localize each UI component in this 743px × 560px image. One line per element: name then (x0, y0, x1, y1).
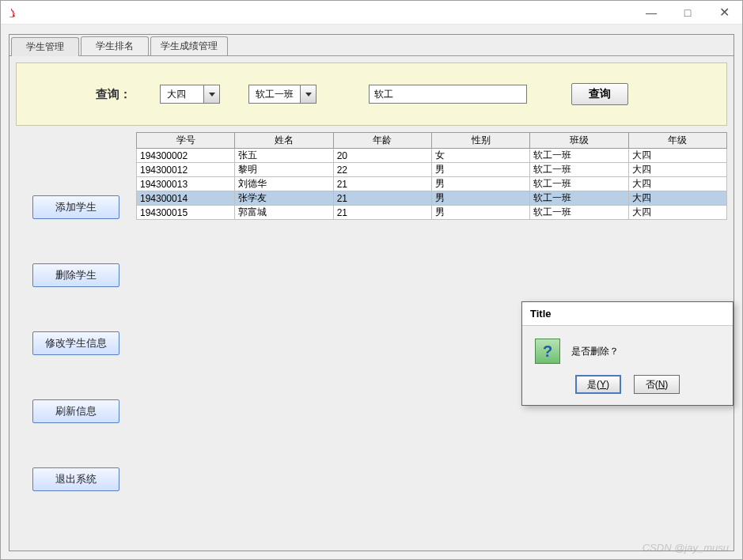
dialog-no-button[interactable]: 否(N) (634, 375, 680, 394)
delete-student-button[interactable]: 删除学生 (32, 263, 119, 287)
search-input[interactable] (369, 85, 527, 104)
content-frame: 学生管理 学生排名 学生成绩管理 查询： 大四 软工一班 (1, 25, 742, 559)
table-cell[interactable]: 软工一班 (530, 191, 628, 206)
tab-label: 学生排名 (96, 40, 134, 53)
table-cell[interactable]: 194300015 (137, 206, 235, 220)
th-gender[interactable]: 性别 (431, 133, 529, 149)
grade-select-value: 大四 (161, 88, 203, 101)
yes-suffix: ) (606, 379, 609, 390)
dialog-title: Title (522, 302, 733, 326)
table-cell[interactable]: 大四 (628, 163, 726, 177)
table-cell[interactable]: 男 (431, 163, 529, 177)
table-cell[interactable]: 黎明 (235, 163, 333, 177)
button-label: 删除学生 (55, 268, 97, 282)
table-cell[interactable]: 194300002 (137, 149, 235, 163)
confirm-dialog: Title ? 是否删除？ 是(Y) 否(N) (521, 301, 734, 406)
refresh-button[interactable]: 刷新信息 (32, 399, 119, 423)
tab-label: 学生管理 (26, 40, 64, 54)
table-cell[interactable]: 软工一班 (530, 206, 628, 220)
table-cell[interactable]: 大四 (628, 206, 726, 220)
window-controls: — □ ✕ (633, 1, 742, 24)
chevron-down-icon (203, 85, 219, 103)
table-row[interactable]: 194300012黎明22男软工一班大四 (137, 163, 727, 177)
table-cell[interactable]: 21 (333, 191, 431, 206)
table-cell[interactable]: 张学友 (235, 191, 333, 206)
table-cell[interactable]: 194300014 (137, 191, 235, 206)
tab-strip: 学生管理 学生排名 学生成绩管理 (9, 35, 734, 55)
table-row[interactable]: 194300002张五20女软工一班大四 (137, 149, 727, 163)
search-bar: 查询： 大四 软工一班 查询 (16, 62, 727, 126)
search-button-label: 查询 (589, 87, 611, 101)
table-cell[interactable]: 女 (431, 149, 529, 163)
table-cell[interactable]: 194300012 (137, 163, 235, 177)
add-student-button[interactable]: 添加学生 (32, 195, 119, 219)
dialog-buttons: 是(Y) 否(N) (522, 370, 733, 405)
table-cell[interactable]: 刘德华 (235, 177, 333, 191)
tab-student-score[interactable]: 学生成绩管理 (150, 36, 228, 55)
table-header-row: 学号 姓名 年龄 性别 班级 年级 (137, 133, 727, 149)
question-icon: ? (535, 339, 560, 364)
table-cell[interactable]: 21 (333, 177, 431, 191)
button-label: 退出系统 (55, 472, 97, 486)
search-label: 查询： (96, 87, 131, 102)
grade-select[interactable]: 大四 (160, 85, 220, 104)
th-class[interactable]: 班级 (530, 133, 628, 149)
table-cell[interactable]: 20 (333, 149, 431, 163)
app-window: — □ ✕ 学生管理 学生排名 学生成绩管理 查询： (0, 0, 743, 560)
th-student-id[interactable]: 学号 (137, 133, 235, 149)
inner-panel: 学生管理 学生排名 学生成绩管理 查询： 大四 软工一班 (9, 34, 734, 551)
chevron-down-icon (300, 85, 316, 103)
tab-student-rank[interactable]: 学生排名 (81, 36, 149, 55)
class-select-value: 软工一班 (249, 88, 300, 101)
dialog-body: ? 是否删除？ (522, 326, 733, 370)
table-cell[interactable]: 22 (333, 163, 431, 177)
table-cell[interactable]: 男 (431, 191, 529, 206)
tab-student-manage[interactable]: 学生管理 (11, 37, 79, 56)
java-app-icon (6, 6, 18, 19)
student-table[interactable]: 学号 姓名 年龄 性别 班级 年级 194300002张五20女软工一班大四19… (136, 132, 727, 220)
table-cell[interactable]: 软工一班 (530, 149, 628, 163)
table-cell[interactable]: 郭富城 (235, 206, 333, 220)
table-row[interactable]: 194300015郭富城21男软工一班大四 (137, 206, 727, 220)
tab-label: 学生成绩管理 (161, 40, 218, 53)
exit-button[interactable]: 退出系统 (32, 467, 119, 491)
th-grade[interactable]: 年级 (628, 133, 726, 149)
table-row[interactable]: 194300014张学友21男软工一班大四 (137, 191, 727, 206)
yes-prefix: 是( (587, 378, 600, 392)
table-cell[interactable]: 大四 (628, 177, 726, 191)
th-age[interactable]: 年龄 (333, 133, 431, 149)
th-name[interactable]: 姓名 (235, 133, 333, 149)
class-select[interactable]: 软工一班 (248, 85, 317, 104)
button-label: 刷新信息 (55, 404, 97, 418)
no-suffix: ) (665, 379, 668, 390)
table-cell[interactable]: 男 (431, 206, 529, 220)
close-button[interactable]: ✕ (706, 1, 742, 24)
table-cell[interactable]: 男 (431, 177, 529, 191)
button-label: 修改学生信息 (45, 336, 107, 350)
sidebar: 添加学生 删除学生 修改学生信息 刷新信息 退出系统 (16, 132, 136, 544)
no-prefix: 否( (646, 378, 658, 392)
table-cell[interactable]: 21 (333, 206, 431, 220)
edit-student-button[interactable]: 修改学生信息 (32, 331, 119, 355)
table-cell[interactable]: 软工一班 (530, 177, 628, 191)
button-label: 添加学生 (55, 200, 97, 214)
titlebar: — □ ✕ (1, 1, 742, 25)
tab-body: 查询： 大四 软工一班 查询 (9, 55, 734, 551)
dialog-message: 是否删除？ (571, 345, 619, 358)
table-cell[interactable]: 大四 (628, 149, 726, 163)
table-cell[interactable]: 大四 (628, 191, 726, 206)
table-cell[interactable]: 张五 (235, 149, 333, 163)
dialog-yes-button[interactable]: 是(Y) (575, 375, 621, 394)
table-cell[interactable]: 194300013 (137, 177, 235, 191)
minimize-button[interactable]: — (633, 1, 669, 24)
table-row[interactable]: 194300013刘德华21男软工一班大四 (137, 177, 727, 191)
no-key: N (658, 379, 665, 390)
maximize-button[interactable]: □ (669, 1, 706, 24)
table-cell[interactable]: 软工一班 (530, 163, 628, 177)
yes-key: Y (600, 379, 606, 390)
search-button[interactable]: 查询 (571, 83, 628, 105)
